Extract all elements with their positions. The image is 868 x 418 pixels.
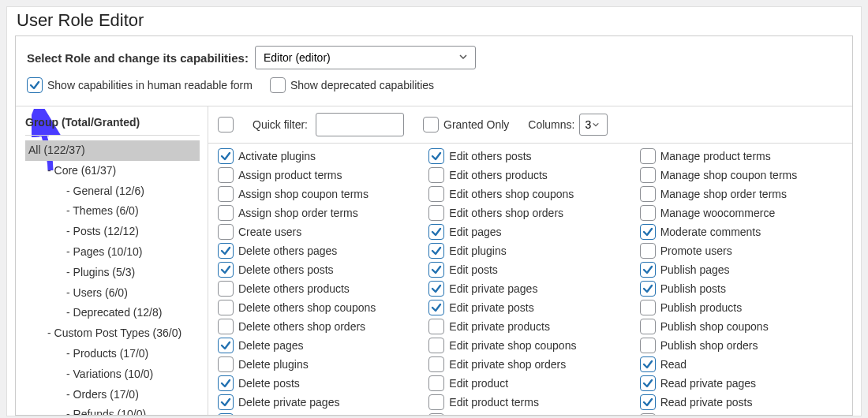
checkbox-icon xyxy=(218,413,234,415)
capability-item[interactable]: Read private posts xyxy=(640,394,843,410)
capability-item[interactable]: Publish pages xyxy=(640,262,843,278)
checkbox-icon xyxy=(218,319,234,334)
capability-item[interactable]: Manage shop coupon terms xyxy=(640,167,843,183)
checkbox-icon xyxy=(640,167,656,183)
checkbox-icon xyxy=(218,300,234,315)
tree-item[interactable]: Pages (10/10) xyxy=(25,242,200,263)
capability-label: Edit plugins xyxy=(449,245,506,256)
capability-item[interactable]: Edit product xyxy=(428,375,631,391)
tree-item[interactable]: Plugins (5/3) xyxy=(25,263,200,283)
checkbox-icon xyxy=(640,356,656,372)
capability-item[interactable]: Edit private posts xyxy=(428,300,631,315)
tree-item-label: All (122/37) xyxy=(28,144,85,156)
tree-item[interactable]: Variations (10/0) xyxy=(25,364,200,385)
tree-item-label: Variations (10/0) xyxy=(73,368,154,380)
role-select[interactable]: Editor (editor) xyxy=(255,46,476,69)
capability-item[interactable]: Edit plugins xyxy=(428,243,631,259)
capability-item[interactable]: Publish shop orders xyxy=(640,338,843,353)
capability-label: Delete posts xyxy=(238,378,300,389)
capability-item[interactable]: Delete others products xyxy=(218,281,421,297)
capability-item[interactable]: Read private products xyxy=(640,413,843,415)
capability-item[interactable]: Create users xyxy=(218,224,421,240)
quick-filter-input[interactable] xyxy=(316,113,404,136)
checkbox-icon xyxy=(428,394,444,410)
capability-item[interactable]: Delete others shop coupons xyxy=(218,300,421,315)
option-human-readable[interactable]: Show capabilities in human readable form xyxy=(27,77,253,93)
tree-item[interactable]: Posts (12/12) xyxy=(25,222,200,242)
capability-item[interactable]: Edit others shop orders xyxy=(428,205,631,221)
capability-item[interactable]: Edit others products xyxy=(428,167,631,183)
tree-item[interactable]: General (12/6) xyxy=(25,181,200,202)
tree-item-label: General (12/6) xyxy=(73,185,144,197)
tree-item[interactable]: All (122/37) xyxy=(25,140,200,161)
capability-item[interactable]: Read private pages xyxy=(640,375,843,391)
columns-select[interactable]: 3 xyxy=(579,114,608,136)
capability-item[interactable]: Activate plugins xyxy=(218,148,421,164)
checkbox-icon xyxy=(218,394,234,410)
checkbox-icon xyxy=(428,338,444,353)
capability-item[interactable]: Edit private shop coupons xyxy=(428,338,631,353)
capability-item[interactable]: Manage product terms xyxy=(640,148,843,164)
capability-item[interactable]: Edit private pages xyxy=(428,281,631,297)
checkbox-icon xyxy=(428,413,444,415)
tree-item[interactable]: Core (61/37) xyxy=(25,161,200,181)
capability-item[interactable]: Delete private posts xyxy=(218,413,421,415)
tree-item[interactable]: Deprecated (12/8) xyxy=(25,303,200,323)
capability-label: Edit others shop orders xyxy=(449,207,563,218)
capability-item[interactable]: Delete others posts xyxy=(218,262,421,278)
capability-label: Assign shop order terms xyxy=(238,207,358,218)
capability-item[interactable]: Delete others shop orders xyxy=(218,319,421,334)
capability-label: Edit private products xyxy=(449,321,550,332)
capability-column: Manage product termsManage shop coupon t… xyxy=(640,148,843,415)
capability-item[interactable]: Edit private shop orders xyxy=(428,356,631,372)
checkbox-icon xyxy=(218,148,234,164)
capability-item[interactable]: Edit others posts xyxy=(428,148,631,164)
capability-item[interactable]: Publish shop coupons xyxy=(640,319,843,334)
capability-item[interactable]: Manage woocommerce xyxy=(640,205,843,221)
capability-item[interactable]: Assign shop order terms xyxy=(218,205,421,221)
capability-item[interactable]: Moderate comments xyxy=(640,224,843,240)
capability-item[interactable]: Edit products xyxy=(428,413,631,415)
capability-label: Edit others posts xyxy=(449,151,531,162)
capability-item[interactable]: Delete others pages xyxy=(218,243,421,259)
capability-item[interactable]: Publish posts xyxy=(640,281,843,297)
capability-item[interactable]: Assign product terms xyxy=(218,167,421,183)
capability-item[interactable]: Publish products xyxy=(640,300,843,315)
checkbox-icon xyxy=(428,319,444,334)
capability-item[interactable]: Delete posts xyxy=(218,375,421,391)
capability-label: Activate plugins xyxy=(238,151,316,162)
capability-label: Assign shop coupon terms xyxy=(238,188,369,200)
granted-only-option[interactable]: Granted Only xyxy=(423,117,509,132)
select-all-checkbox[interactable] xyxy=(218,117,234,132)
capability-item[interactable]: Edit product terms xyxy=(428,394,631,410)
tree-item[interactable]: Users (6/0) xyxy=(25,283,200,304)
capability-label: Edit private pages xyxy=(449,283,537,294)
capability-item[interactable]: Edit private products xyxy=(428,319,631,334)
tree-item[interactable]: Refunds (10/0) xyxy=(25,405,200,415)
tree-item-label: Themes (6/0) xyxy=(73,204,138,217)
capability-item[interactable]: Edit pages xyxy=(428,224,631,240)
capability-item[interactable]: Delete pages xyxy=(218,338,421,353)
capability-item[interactable]: Assign shop coupon terms xyxy=(218,186,421,202)
capability-label: Delete others shop coupons xyxy=(238,302,376,313)
checkbox-icon xyxy=(428,281,444,297)
tree-item-label: Users (6/0) xyxy=(73,286,128,299)
capability-item[interactable]: Edit others shop coupons xyxy=(428,186,631,202)
group-header: Group (Total/Granted) xyxy=(25,116,200,129)
tree-item[interactable]: Products (17/0) xyxy=(25,344,200,364)
capability-item[interactable]: Manage shop order terms xyxy=(640,186,843,202)
tree-item[interactable]: Custom Post Types (36/0) xyxy=(25,323,200,344)
checkbox-icon xyxy=(640,319,656,334)
capability-item[interactable]: Edit posts xyxy=(428,262,631,278)
capability-item[interactable]: Delete plugins xyxy=(218,356,421,372)
checkbox-icon xyxy=(640,224,656,240)
checkbox-icon xyxy=(218,205,234,221)
capability-item[interactable]: Promote users xyxy=(640,243,843,259)
capability-item[interactable]: Delete private pages xyxy=(218,394,421,410)
option-show-deprecated[interactable]: Show deprecated capabilities xyxy=(270,77,434,93)
tree-item[interactable]: Themes (6/0) xyxy=(25,201,200,222)
capability-item[interactable]: Read xyxy=(640,356,843,372)
capability-label: Manage product terms xyxy=(660,151,771,162)
tree-item[interactable]: Orders (17/0) xyxy=(25,385,200,405)
capability-label: Delete private pages xyxy=(238,397,339,408)
